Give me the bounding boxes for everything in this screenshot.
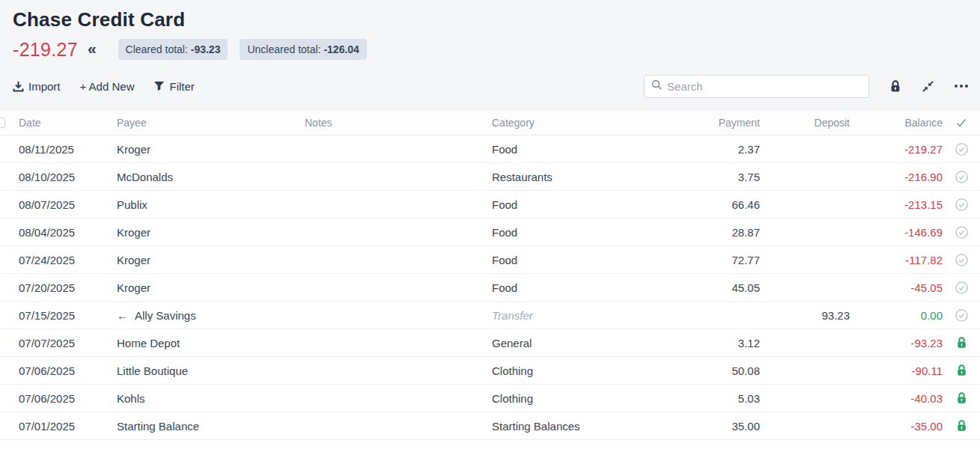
transaction-payee[interactable]: McDonalds [113, 171, 301, 183]
table-row[interactable]: 07/15/2025 ←Ally Savings Transfer 93.23 … [0, 302, 980, 329]
transaction-status-toggle[interactable] [943, 364, 980, 376]
payee-name: Kroger [117, 281, 150, 294]
transaction-category[interactable]: Transfer [488, 309, 675, 322]
transaction-payment[interactable]: 28.87 [675, 226, 760, 239]
circle-check-icon [955, 198, 968, 211]
table-row[interactable]: 07/24/2025 Kroger Food 72.77 -117.82 [0, 246, 980, 274]
transaction-payment[interactable]: 35.00 [675, 420, 760, 433]
transaction-category[interactable]: Clothing [488, 392, 675, 405]
table-row[interactable]: 07/07/2025 Home Depot General 3.12 -93.2… [0, 329, 980, 357]
select-all-checkbox[interactable] [0, 117, 5, 128]
transaction-payee[interactable]: Kroger [113, 254, 301, 266]
transaction-category[interactable]: Food [488, 143, 675, 156]
transaction-date[interactable]: 08/11/2025 [15, 143, 113, 156]
circle-check-icon [955, 171, 968, 183]
cleared-total-label: Cleared total: [126, 43, 188, 55]
transaction-date[interactable]: 08/04/2025 [15, 226, 113, 239]
table-row[interactable]: 07/06/2025 Little Boutique Clothing 50.0… [0, 357, 980, 385]
payee-name: Little Boutique [117, 364, 188, 377]
transaction-date[interactable]: 07/20/2025 [15, 281, 113, 294]
column-header-balance[interactable]: Balance [850, 117, 943, 129]
transaction-category[interactable]: Food [488, 254, 675, 266]
transaction-payment[interactable]: 2.37 [675, 143, 760, 156]
transfer-arrow-icon: ← [117, 309, 128, 322]
transaction-category[interactable]: General [488, 337, 675, 349]
transaction-status-toggle[interactable] [943, 226, 980, 239]
account-menu-button[interactable] [955, 85, 968, 88]
import-button[interactable]: Import [13, 80, 61, 93]
table-row[interactable]: 07/06/2025 Kohls Clothing 5.03 -40.03 [0, 385, 980, 412]
transaction-status-toggle[interactable] [943, 281, 980, 294]
transaction-date[interactable]: 07/01/2025 [15, 420, 113, 433]
transaction-payee[interactable]: ←Ally Savings [113, 309, 301, 322]
payee-name: Kroger [117, 143, 150, 156]
table-row[interactable]: 08/10/2025 McDonalds Restaurants 3.75 -2… [0, 163, 980, 191]
transaction-payment[interactable]: 72.77 [675, 254, 760, 266]
transaction-payee[interactable]: Kroger [113, 281, 301, 294]
transaction-payee[interactable]: Kroger [113, 226, 301, 239]
filter-button[interactable]: Filter [153, 80, 194, 93]
transaction-category[interactable]: Clothing [488, 364, 675, 377]
transaction-category[interactable]: Food [488, 198, 675, 211]
column-header-deposit[interactable]: Deposit [760, 117, 850, 129]
table-row[interactable]: 08/04/2025 Kroger Food 28.87 -146.69 [0, 219, 980, 246]
transaction-deposit[interactable]: 93.23 [760, 309, 850, 322]
transaction-date[interactable]: 08/07/2025 [15, 198, 113, 211]
lock-icon [889, 80, 901, 93]
column-header-cleared[interactable] [943, 118, 980, 127]
collapse-header-button[interactable]: « [88, 40, 97, 58]
add-new-button[interactable]: + Add New [80, 80, 135, 93]
transaction-date[interactable]: 08/10/2025 [15, 171, 113, 183]
transaction-status-toggle[interactable] [943, 337, 980, 349]
transaction-status-toggle[interactable] [943, 309, 980, 322]
column-header-payee[interactable]: Payee [113, 117, 301, 129]
table-row[interactable]: 08/07/2025 Publix Food 66.46 -213.15 [0, 191, 980, 219]
transaction-payee[interactable]: Publix [113, 198, 301, 211]
transaction-status-toggle[interactable] [943, 420, 980, 432]
column-header-payment[interactable]: Payment [675, 117, 760, 129]
transaction-payee[interactable]: Little Boutique [113, 364, 301, 377]
transaction-category[interactable]: Starting Balances [488, 420, 675, 433]
transaction-status-toggle[interactable] [943, 198, 980, 211]
transaction-date[interactable]: 07/06/2025 [15, 364, 113, 377]
transaction-balance: -216.90 [850, 171, 943, 183]
transaction-balance: -213.15 [850, 198, 943, 211]
transaction-balance: -90.11 [850, 364, 943, 377]
transaction-payment[interactable]: 45.05 [675, 281, 760, 294]
transaction-balance: -93.23 [850, 337, 943, 349]
table-row[interactable]: 07/01/2025 Starting Balance Starting Bal… [0, 412, 980, 440]
transaction-payee[interactable]: Kohls [113, 392, 301, 405]
search-input[interactable] [667, 80, 862, 93]
column-header-category[interactable]: Category [488, 117, 675, 129]
transaction-category[interactable]: Restaurants [488, 171, 675, 183]
transaction-date[interactable]: 07/06/2025 [15, 392, 113, 405]
transaction-status-toggle[interactable] [943, 143, 980, 156]
toolbar: Import + Add New Filter [13, 73, 968, 99]
transaction-date[interactable]: 07/15/2025 [15, 309, 113, 322]
transaction-status-toggle[interactable] [943, 392, 980, 404]
transaction-date[interactable]: 07/24/2025 [15, 254, 113, 266]
transaction-status-toggle[interactable] [943, 171, 980, 183]
table-row[interactable]: 08/11/2025 Kroger Food 2.37 -219.27 [0, 135, 980, 163]
column-header-date[interactable]: Date [15, 117, 113, 129]
account-balance: -219.27 [13, 39, 78, 61]
transaction-category[interactable]: Food [488, 226, 675, 239]
transaction-payee[interactable]: Starting Balance [113, 420, 301, 433]
transaction-payment[interactable]: 66.46 [675, 198, 760, 211]
transaction-payment[interactable]: 50.08 [675, 364, 760, 377]
transaction-date[interactable]: 07/07/2025 [15, 337, 113, 349]
transaction-payee[interactable]: Kroger [113, 143, 301, 156]
search-box[interactable] [644, 75, 869, 98]
transaction-payment[interactable]: 3.12 [675, 337, 760, 349]
column-header-notes[interactable]: Notes [301, 117, 488, 129]
transaction-payment[interactable]: 3.75 [675, 171, 760, 183]
transaction-category[interactable]: Food [488, 281, 675, 294]
transaction-payee[interactable]: Home Depot [113, 337, 301, 349]
select-all-checkbox-cell[interactable] [0, 117, 15, 128]
transaction-payment[interactable]: 5.03 [675, 392, 760, 405]
privacy-lock-button[interactable] [889, 80, 901, 93]
payee-name: Kroger [117, 226, 150, 239]
transaction-status-toggle[interactable] [943, 254, 980, 266]
table-row[interactable]: 07/20/2025 Kroger Food 45.05 -45.05 [0, 274, 980, 302]
collapse-transactions-button[interactable] [922, 80, 934, 93]
